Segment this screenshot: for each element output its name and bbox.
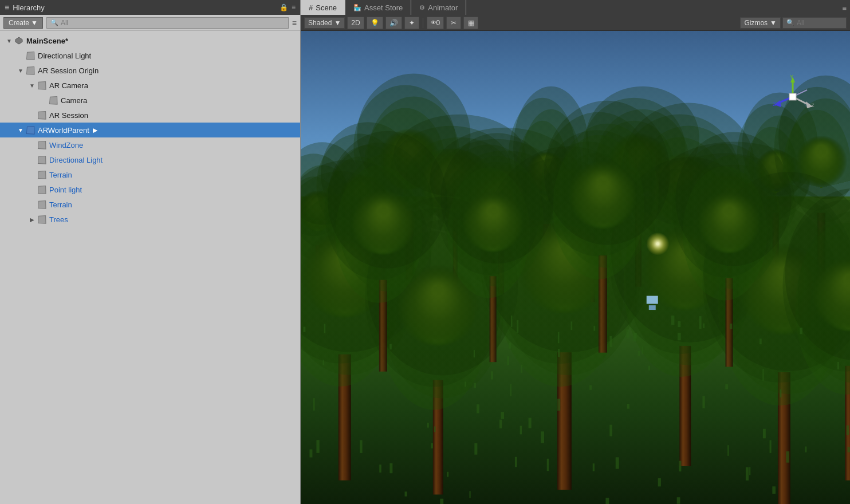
- 2d-button[interactable]: 2D: [347, 17, 364, 29]
- asset-store-tab-label: Asset Store: [364, 3, 403, 12]
- ar-session-icon: [37, 110, 47, 120]
- arworld-parent-label: ARWorldParent: [38, 126, 89, 135]
- fx-icon: ✦: [409, 19, 415, 27]
- tree-item-ar-camera[interactable]: AR Camera: [0, 78, 300, 93]
- terrain-2-label: Terrain: [49, 200, 72, 209]
- dir-light-2-icon: [37, 155, 47, 165]
- tab-scene[interactable]: # Scene: [301, 0, 345, 15]
- camera-icon: [48, 95, 58, 105]
- hierarchy-header: ≡ Hierarchy 🔒 ≡: [0, 0, 300, 15]
- shading-label: Shaded: [308, 19, 332, 27]
- expand-terrain-2: [27, 200, 37, 209]
- dir-light-2-label: Directional Light: [49, 156, 103, 164]
- ar-camera-label: AR Camera: [49, 81, 88, 90]
- svg-text:Z: Z: [773, 101, 776, 107]
- audio-icon: 🔊: [389, 19, 398, 27]
- gizmos-dropdown[interactable]: Gizmos ▼: [740, 17, 781, 29]
- scene-tab-icon: #: [309, 3, 313, 12]
- header-menu-icon[interactable]: ≡: [292, 3, 296, 11]
- scene-tab-label: Scene: [316, 3, 337, 12]
- expand-ar-session: [27, 111, 37, 120]
- ar-camera-icon: [37, 80, 47, 90]
- point-light-label: Point light: [49, 186, 82, 194]
- shading-dropdown[interactable]: Shaded ▼: [304, 17, 345, 29]
- layers-icon: ▦: [468, 19, 474, 27]
- expand-wind-zone: [27, 140, 37, 149]
- scene-view[interactable]: Y Z Z: [301, 31, 850, 504]
- scene-search-icon: 🔍: [786, 19, 794, 26]
- svg-text:Y: Y: [790, 74, 793, 80]
- create-arrow: ▼: [31, 19, 38, 27]
- gizmos-arrow: ▼: [770, 19, 777, 27]
- search-icon: 🔍: [50, 19, 58, 26]
- shading-arrow: ▼: [334, 19, 341, 27]
- occlusion-btn[interactable]: 👁 0: [427, 17, 444, 29]
- gizmo-svg: Y Z Z: [770, 74, 816, 120]
- hierarchy-header-icons: 🔒 ≡: [280, 3, 296, 11]
- tools-btn[interactable]: ✂: [446, 17, 461, 29]
- hierarchy-title-label: Hierarchy: [13, 3, 45, 12]
- terrain-2-icon: [37, 199, 47, 210]
- hierarchy-title: ≡ Hierarchy: [5, 3, 45, 12]
- expand-camera: [39, 96, 48, 105]
- point-light-icon: [37, 184, 47, 195]
- expand-point-light: [27, 185, 37, 194]
- scene-search-box: 🔍: [782, 17, 847, 29]
- fx-toggle[interactable]: ✦: [404, 17, 419, 29]
- trees-icon: [37, 214, 47, 225]
- layers-btn[interactable]: ▦: [463, 17, 478, 29]
- tree-item-point-light[interactable]: Point light: [0, 182, 300, 197]
- tree-item-directional-light-top[interactable]: Directional Light: [0, 48, 300, 63]
- expand-trees[interactable]: [27, 215, 37, 224]
- tree-item-terrain-2[interactable]: Terrain: [0, 197, 300, 212]
- tree-item-ar-session[interactable]: AR Session: [0, 108, 300, 123]
- hierarchy-menu-icon: ≡: [5, 3, 9, 12]
- svg-marker-0: [15, 37, 22, 44]
- gizmos-label: Gizmos: [744, 19, 768, 27]
- ar-session-label: AR Session: [49, 111, 88, 120]
- light-icon: 💡: [371, 19, 379, 27]
- svg-rect-8: [789, 93, 796, 100]
- wind-zone-label: WindZone: [49, 141, 83, 149]
- animator-tab-icon: ⚙: [419, 4, 425, 11]
- scene-panel: # Scene 🏪 Asset Store ⚙ Animator ≡: [301, 0, 850, 504]
- hierarchy-options-icon[interactable]: ≡: [292, 18, 297, 27]
- scene-tabs: # Scene 🏪 Asset Store ⚙ Animator ≡: [301, 0, 850, 15]
- scene-panel-menu-icon[interactable]: ≡: [842, 4, 847, 15]
- tree-item-trees[interactable]: Trees: [0, 212, 300, 227]
- tree-item-directional-light-2[interactable]: Directional Light: [0, 152, 300, 167]
- ar-session-origin-label: AR Session Origin: [38, 66, 99, 75]
- lock-icon[interactable]: 🔒: [280, 3, 288, 11]
- scene-canvas: [301, 31, 850, 504]
- content-area: ≡ Hierarchy 🔒 ≡ Create ▼ 🔍 ≡: [0, 0, 850, 504]
- asset-store-tab-icon: 🏪: [353, 4, 361, 11]
- dir-light-top-label: Directional Light: [38, 52, 91, 60]
- tree-item-ar-session-origin[interactable]: AR Session Origin: [0, 63, 300, 78]
- expand-dir-light-2: [27, 155, 37, 164]
- dir-light-top-icon: [25, 50, 36, 61]
- audio-toggle[interactable]: 🔊: [385, 17, 402, 29]
- tree-item-wind-zone[interactable]: WindZone: [0, 137, 300, 152]
- tree-item-camera[interactable]: Camera: [0, 93, 300, 108]
- tab-animator[interactable]: ⚙ Animator: [411, 0, 466, 15]
- arworld-parent-arrow: ▶: [93, 127, 97, 134]
- search-input[interactable]: [61, 19, 285, 27]
- hierarchy-content: MainScene* Directional Light AR: [0, 31, 300, 504]
- create-label: Create: [9, 19, 29, 27]
- tab-asset-store[interactable]: 🏪 Asset Store: [345, 0, 411, 15]
- scene-search-input[interactable]: [797, 19, 843, 27]
- expand-dir-light-top: [16, 51, 25, 60]
- gizmo-widget: Y Z Z: [770, 74, 816, 120]
- expand-main-scene[interactable]: [5, 36, 14, 45]
- tree-item-arworld-parent[interactable]: ARWorldParent ▶: [0, 123, 300, 137]
- expand-ar-session-origin[interactable]: [16, 66, 25, 75]
- tree-item-terrain-1[interactable]: Terrain: [0, 167, 300, 182]
- ar-session-origin-icon: [25, 65, 36, 76]
- create-button[interactable]: Create ▼: [3, 17, 43, 29]
- expand-ar-camera[interactable]: [27, 81, 37, 90]
- expand-terrain-1: [27, 170, 37, 179]
- camera-label: Camera: [61, 96, 87, 105]
- tree-item-main-scene[interactable]: MainScene*: [0, 33, 300, 48]
- light-toggle[interactable]: 💡: [367, 17, 383, 29]
- expand-arworld-parent[interactable]: [16, 125, 25, 135]
